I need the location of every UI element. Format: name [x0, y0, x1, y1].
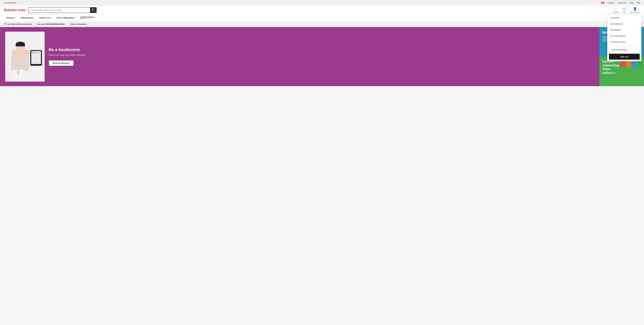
nav-ebooks[interactable]: eBOOKS ▾ [4, 15, 18, 21]
language-label: English [608, 2, 614, 4]
balance-text: Balance: 0 [80, 18, 88, 20]
dropdown-divider [608, 46, 641, 46]
promo-recommendations-text: See your RECOMMENDATIONS [38, 23, 65, 25]
held-device: CHAPTER 9It was pleasant to wake up in F… [30, 50, 42, 66]
promo-recommendations[interactable]: See your RECOMMENDATIONS [35, 21, 68, 27]
language-selector[interactable]: English ▾ [608, 2, 615, 4]
nav-kobo-plus-label: KOBO PLUS [39, 17, 50, 19]
promo-classic-text: Classic Favourites [70, 23, 86, 25]
search-button[interactable]: 🔍 [90, 7, 96, 13]
search-icon: 🔍 [92, 9, 95, 12]
chevron-down-icon: ▾ [94, 17, 95, 18]
wishlist-label: Wishlist [613, 11, 618, 13]
top-bar: Earn Rewards 🇨🇦 English ▾ Gift Cards Blo… [0, 0, 644, 6]
chevron-down-icon: ▾ [614, 2, 615, 4]
top-bar-left: Earn Rewards [4, 2, 16, 4]
dropdown-my-books[interactable]: My Books [608, 15, 641, 21]
shop-ereaders-button[interactable]: Shop All eReaders [48, 60, 74, 66]
person-leg-right [19, 70, 24, 79]
promo-strip: ⚑ Get DAILY DEALS and more! See your REC… [0, 21, 644, 27]
chevron-down-icon: ▾ [34, 17, 34, 19]
chevron-down-icon: ▾ [74, 17, 75, 19]
promo-daily-deals-text: Get DAILY DEALS and more! [7, 23, 32, 25]
chevron-up-icon: ▲ [638, 12, 640, 13]
nav-kobo-plus[interactable]: KOBO PLUS ▾ [37, 15, 54, 21]
nav-apps-label: APPS & eREADERS [56, 17, 74, 19]
main-content: CHAPTER 9It was pleasant to wake up in F… [0, 27, 644, 86]
nav-audiobooks[interactable]: AUDIOBOOKS ▾ [18, 15, 37, 21]
cart-button[interactable]: 🛒 Cart [622, 7, 626, 13]
nav-super-points[interactable]: SUPER POINTS ▾ Balance: 0 [78, 15, 98, 21]
dropdown-purchase-history[interactable]: Purchase History [608, 39, 641, 45]
promo-classic-favourites[interactable]: Classic Favourites [68, 21, 89, 27]
nav-audiobooks-label: AUDIOBOOKS [20, 17, 33, 19]
chevron-down-icon: ▾ [51, 17, 52, 19]
device-screen: CHAPTER 9It was pleasant to wake up in F… [31, 51, 41, 64]
panel-asian-books [621, 60, 642, 83]
help-link[interactable]: Help [636, 2, 640, 4]
chevron-down-icon: ▾ [15, 17, 16, 19]
hero-inner: CHAPTER 9It was pleasant to wake up in F… [0, 28, 600, 86]
dropdown-account-settings[interactable]: Account Settings [609, 47, 640, 53]
search-input[interactable] [28, 7, 90, 13]
illustration-bg: CHAPTER 9It was pleasant to wake up in F… [5, 32, 44, 82]
device-text: CHAPTER 9It was pleasant to wake up in F… [32, 52, 40, 54]
cart-icon: 🛒 [622, 7, 626, 11]
promo-daily-deals[interactable]: ⚑ Get DAILY DEALS and more! [4, 21, 35, 27]
cart-label: Cart [623, 11, 626, 13]
nav-bar: eBOOKS ▾ AUDIOBOOKS ▾ KOBO PLUS ▾ APPS &… [0, 15, 644, 21]
heart-icon: ♡ [614, 7, 617, 11]
person-hair [16, 42, 25, 46]
gift-cards-link[interactable]: Gift Cards [618, 2, 626, 4]
nav-apps-ereaders[interactable]: APPS & eREADERS ▾ [54, 15, 78, 21]
logo-text: Rakuten kobo [4, 8, 26, 12]
account-dropdown: My Books My Notebooks My Wishlist My Sub… [607, 15, 642, 61]
dropdown-my-wishlist[interactable]: My Wishlist [608, 27, 641, 33]
header-actions: ♡ Wishlist 🛒 Cart 👤 My Account ▲ [613, 7, 640, 13]
panel-asian-text: Discover outstanding Asian authors > [602, 60, 619, 83]
hero-banner: CHAPTER 9It was pleasant to wake up in F… [0, 27, 600, 86]
hero-text: Be a bookworm Read your way on a Kobo eR… [48, 47, 594, 66]
nav-ebooks-label: eBOOKS [6, 17, 14, 19]
person-leg-left [12, 70, 18, 79]
earn-rewards-link[interactable]: Earn Rewards [4, 2, 16, 4]
blog-link[interactable]: Blog [630, 2, 633, 4]
dropdown-sign-out[interactable]: Sign out [609, 54, 640, 60]
header: Rakuten kobo 🔍 ♡ Wishlist 🛒 Cart 👤 My Ac… [0, 6, 644, 15]
dropdown-my-notebooks[interactable]: My Notebooks [608, 21, 641, 27]
hero-title: Be a bookworm [48, 47, 594, 52]
panel-asian-title: Discover outstanding Asian authors > [602, 60, 619, 75]
dropdown-my-subscriptions[interactable]: My Subscriptions [608, 33, 641, 39]
wishlist-button[interactable]: ♡ Wishlist [613, 7, 618, 13]
person-shirt [11, 55, 28, 71]
flag-promo-icon: ⚑ [4, 23, 6, 26]
top-bar-right: 🇨🇦 English ▾ Gift Cards Blog Help [601, 1, 640, 4]
search-bar: 🔍 [28, 7, 96, 13]
flag-icon: 🇨🇦 [601, 1, 604, 4]
my-account-button[interactable]: 👤 My Account ▲ [630, 7, 640, 13]
my-account-label: My Account ▲ [630, 12, 640, 13]
hero-subtitle: Read your way on a Kobo eReader. [48, 54, 594, 57]
account-icon: 👤 [633, 7, 637, 11]
ereader-mockup: CHAPTER 9It was pleasant to wake up in F… [5, 32, 44, 82]
logo[interactable]: Rakuten kobo [4, 8, 26, 12]
